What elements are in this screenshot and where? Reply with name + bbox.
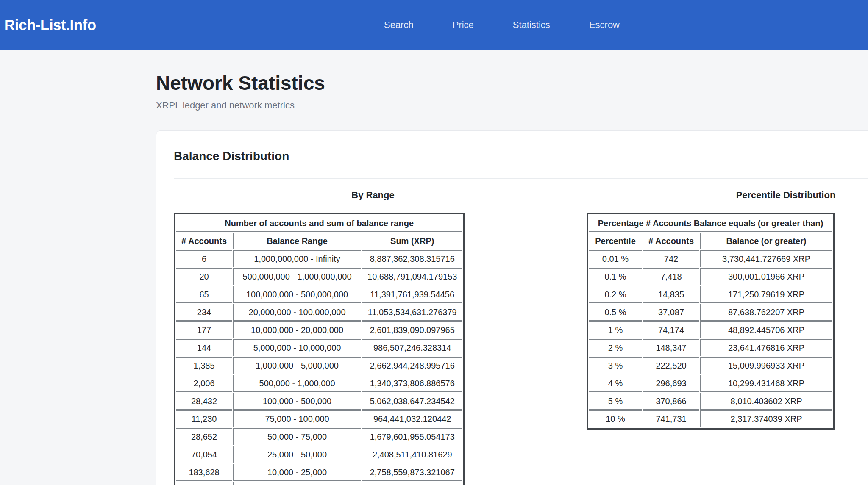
table-cell: 65 (176, 286, 232, 303)
table-cell: 75,000 - 100,000 (233, 410, 361, 427)
table-cell: 148,347 (643, 339, 699, 356)
table-cell: 70,054 (176, 446, 232, 463)
table-cell: 5 % (589, 393, 642, 410)
table-cell: 1,385 (176, 357, 232, 374)
table-cell: 5,000,000 - 10,000,000 (233, 339, 361, 356)
table-cell: 28,432 (176, 393, 232, 410)
table-cell: 2,408,511,410.81629 (362, 446, 462, 463)
table-cell: 0.01 % (589, 250, 642, 267)
table-caption-row: Percentage # Accounts Balance equals (or… (589, 215, 832, 232)
table-cell: 100,000,000 - 500,000,000 (233, 286, 361, 303)
table-cell: 2,662,944,248.995716 (362, 357, 462, 374)
card-divider (174, 178, 868, 179)
by-range-table-caption: Number of accounts and sum of balance ra… (176, 215, 462, 232)
table-row: 5 %370,8668,010.403602 XRP (589, 393, 832, 410)
percentile-section: Percentile Distribution Percentage # Acc… (587, 190, 868, 430)
table-row: 4 %296,69310,299.431468 XRP (589, 375, 832, 392)
navbar: Rich-List.Info Search Price Statistics E… (0, 0, 868, 50)
table-cell: 5,062,038,647.234542 (362, 393, 462, 410)
nav-item-statistics[interactable]: Statistics (513, 19, 550, 30)
table-cell: 7,418 (643, 268, 699, 285)
table-cell: 179,546 (176, 482, 232, 485)
table-row: 28,65250,000 - 75,0001,679,601,955.05417… (176, 428, 462, 445)
table-cell: 1,000,000 - 5,000,000 (233, 357, 361, 374)
table-cell: 23,641.476816 XRP (700, 339, 832, 356)
nav-item-price[interactable]: Price (453, 19, 474, 30)
table-row: 183,62810,000 - 25,0002,758,559,873.3210… (176, 464, 462, 481)
table-row: 1445,000,000 - 10,000,000986,507,246.328… (176, 339, 462, 356)
table-caption-row: Number of accounts and sum of balance ra… (176, 215, 462, 232)
table-row: 65100,000,000 - 500,000,00011,391,761,93… (176, 286, 462, 303)
table-cell: 10,688,791,094.179153 (362, 268, 462, 285)
card-title: Balance Distribution (174, 150, 868, 163)
table-cell: 5,000 - 10,000 (233, 482, 361, 485)
column-header-balance-or-greater: Balance (or greater) (700, 233, 832, 249)
table-cell: 2,601,839,090.097965 (362, 321, 462, 338)
table-cell: 234 (176, 304, 232, 321)
table-cell: 87,638.762207 XRP (700, 304, 832, 321)
table-cell: 74,174 (643, 321, 699, 338)
column-header-accounts: # Accounts (176, 233, 232, 249)
table-row: 2,006500,000 - 1,000,0001,340,373,806.88… (176, 375, 462, 392)
table-row: 179,5465,000 - 10,0001,233,621,159.28632… (176, 482, 462, 485)
main-nav: Search Price Statistics Escrow (384, 0, 620, 50)
table-cell: 964,441,032.120442 (362, 410, 462, 427)
page-subtitle: XRPL ledger and network metrics (156, 100, 868, 111)
table-cell: 2,758,559,873.321067 (362, 464, 462, 481)
table-row: 0.01 %7423,730,441.727669 XRP (589, 250, 832, 267)
table-cell: 20,000,000 - 100,000,000 (233, 304, 361, 321)
table-cell: 10,000,000 - 20,000,000 (233, 321, 361, 338)
table-cell: 500,000,000 - 1,000,000,000 (233, 268, 361, 285)
table-header-row: Percentile # Accounts Balance (or greate… (589, 233, 832, 249)
table-cell: 25,000 - 50,000 (233, 446, 361, 463)
balance-distribution-card: Balance Distribution By Range Number of … (156, 130, 868, 485)
table-row: 1 %74,17448,892.445706 XRP (589, 321, 832, 338)
table-cell: 20 (176, 268, 232, 285)
by-range-table: Number of accounts and sum of balance ra… (174, 213, 465, 485)
tables-row: By Range Number of accounts and sum of b… (174, 190, 868, 485)
column-header-num-accounts: # Accounts (643, 233, 699, 249)
table-row: 11,23075,000 - 100,000964,441,032.120442 (176, 410, 462, 427)
table-row: 17710,000,000 - 20,000,0002,601,839,090.… (176, 321, 462, 338)
table-cell: 1,340,373,806.886576 (362, 375, 462, 392)
table-cell: 11,391,761,939.54456 (362, 286, 462, 303)
table-cell: 222,520 (643, 357, 699, 374)
table-cell: 370,866 (643, 393, 699, 410)
table-row: 10 %741,7312,317.374039 XRP (589, 410, 832, 427)
by-range-table-body: 61,000,000,000 - Infinity8,887,362,308.3… (176, 250, 462, 485)
table-cell: 28,652 (176, 428, 232, 445)
table-cell: 50,000 - 75,000 (233, 428, 361, 445)
table-row: 20500,000,000 - 1,000,000,00010,688,791,… (176, 268, 462, 285)
table-row: 23420,000,000 - 100,000,00011,053,534,63… (176, 304, 462, 321)
table-cell: 300,001.01966 XRP (700, 268, 832, 285)
percentile-table-body: 0.01 %7423,730,441.727669 XRP0.1 %7,4183… (589, 250, 832, 427)
column-header-balance-range: Balance Range (233, 233, 361, 249)
nav-item-search[interactable]: Search (384, 19, 414, 30)
table-row: 1,3851,000,000 - 5,000,0002,662,944,248.… (176, 357, 462, 374)
table-cell: 741,731 (643, 410, 699, 427)
table-cell: 144 (176, 339, 232, 356)
table-cell: 4 % (589, 375, 642, 392)
page-title: Network Statistics (156, 72, 868, 94)
table-cell: 0.2 % (589, 286, 642, 303)
nav-item-escrow[interactable]: Escrow (589, 19, 620, 30)
table-header-row: # Accounts Balance Range Sum (XRP) (176, 233, 462, 249)
table-cell: 10,299.431468 XRP (700, 375, 832, 392)
table-cell: 11,230 (176, 410, 232, 427)
table-cell: 2 % (589, 339, 642, 356)
brand-logo[interactable]: Rich-List.Info (4, 17, 96, 33)
table-cell: 37,087 (643, 304, 699, 321)
percentile-table: Percentage # Accounts Balance equals (or… (587, 213, 835, 430)
table-cell: 48,892.445706 XRP (700, 321, 832, 338)
column-header-sum-xrp: Sum (XRP) (362, 233, 462, 249)
table-cell: 8,887,362,308.315716 (362, 250, 462, 267)
table-cell: 8,010.403602 XRP (700, 393, 832, 410)
table-cell: 0.5 % (589, 304, 642, 321)
table-row: 0.2 %14,835171,250.79619 XRP (589, 286, 832, 303)
table-row: 0.5 %37,08787,638.762207 XRP (589, 304, 832, 321)
table-cell: 1,233,621,159.286326 (362, 482, 462, 485)
table-cell: 1,000,000,000 - Infinity (233, 250, 361, 267)
table-row: 2 %148,34723,641.476816 XRP (589, 339, 832, 356)
table-cell: 14,835 (643, 286, 699, 303)
table-cell: 100,000 - 500,000 (233, 393, 361, 410)
